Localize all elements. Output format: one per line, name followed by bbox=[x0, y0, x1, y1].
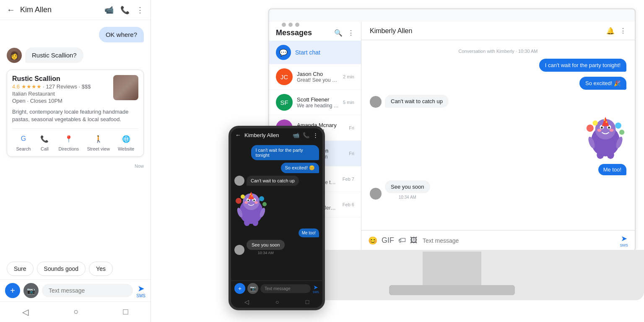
suggestion-sounds-good[interactable]: Sounds good bbox=[37, 262, 86, 276]
send-button[interactable]: ➤ SMS bbox=[136, 283, 145, 298]
search-action[interactable]: G Search bbox=[16, 133, 31, 151]
street-view-icon: 🚶 bbox=[93, 133, 104, 145]
website-icon: 🌐 bbox=[120, 133, 132, 145]
svg-point-18 bbox=[262, 202, 267, 206]
street-view-action[interactable]: 🚶 Street view bbox=[87, 133, 109, 151]
center-contact-name: Kimberly Allen bbox=[244, 132, 289, 138]
center-more-icon[interactable]: ⋮ bbox=[313, 132, 318, 138]
phone-icon[interactable]: 📞 bbox=[120, 5, 130, 15]
monitor-stand bbox=[423, 252, 481, 289]
monitor-send-icon: ➤ bbox=[621, 234, 627, 243]
contact-avatar: 👩 bbox=[7, 48, 22, 63]
center-received-2: See you soon 10:34 AM bbox=[234, 240, 319, 255]
recents-button[interactable]: □ bbox=[123, 307, 128, 317]
back-nav-button[interactable]: ◁ bbox=[22, 307, 29, 317]
center-chat-area: I can't wait for the party tonight So ex… bbox=[231, 142, 322, 280]
chat-area: OK where? 👩 Rustic Scallion? Rustic Scal… bbox=[0, 20, 151, 258]
conv-time-amanda: Fri bbox=[349, 125, 354, 130]
center-received-1: Can't wait to catch up bbox=[234, 176, 319, 186]
conversation-scott[interactable]: SF Scott Fleener We are heading to San F… bbox=[269, 90, 361, 115]
center-back-nav[interactable]: ◁ bbox=[244, 299, 249, 305]
svg-point-17 bbox=[259, 196, 264, 201]
center-received-text-1: Can't wait to catch up bbox=[247, 176, 299, 186]
center-see-you-time: 10:34 AM bbox=[247, 251, 285, 255]
conv-preview-jason: Great! See you soon 😊 bbox=[297, 77, 339, 83]
suggestions-row: Sure Sounds good Yes bbox=[0, 258, 151, 279]
chat-panel: Kimberly Allen 🔔 ⋮ Conversation with Kim… bbox=[361, 22, 635, 251]
conv-info-jason: Jason Cho Great! See you soon 😊 bbox=[297, 71, 339, 83]
image-icon[interactable]: 🖼 bbox=[410, 236, 418, 245]
sidebar-search-icon[interactable]: 🔍 bbox=[334, 29, 343, 37]
monitor-avatar-1 bbox=[370, 96, 382, 108]
more-options-icon[interactable]: ⋮ bbox=[136, 5, 144, 15]
center-add-button[interactable]: + bbox=[234, 283, 245, 294]
monitor-send-button[interactable]: ➤ SMS bbox=[620, 234, 628, 247]
sidebar-header-icons: 🔍 ⋮ bbox=[334, 29, 354, 37]
sticker-icon[interactable]: 🏷 bbox=[398, 236, 406, 245]
sidebar-more-icon[interactable]: ⋮ bbox=[348, 29, 354, 37]
conv-time-planning: Feb 6 bbox=[343, 202, 354, 207]
svg-point-36 bbox=[615, 122, 621, 129]
center-phone-icon[interactable]: 📞 bbox=[303, 132, 309, 138]
message-input[interactable] bbox=[42, 284, 133, 297]
conversation-jason[interactable]: JC Jason Cho Great! See you soon 😊 2 min bbox=[269, 64, 361, 90]
rc-top: Rustic Scallion 4.6 ★★★★ · 127 Reviews ·… bbox=[12, 75, 138, 104]
monster-sticker bbox=[234, 188, 268, 226]
center-avatar-2 bbox=[234, 245, 244, 255]
center-camera-button[interactable]: 📷 bbox=[247, 283, 258, 294]
back-button[interactable]: ← bbox=[7, 5, 15, 15]
center-send-button[interactable]: ➤ SMS bbox=[313, 284, 319, 293]
bubble-text: Rustic Scallion? bbox=[25, 47, 83, 63]
chat-input-bar: 😊 GIF 🏷 🖼 ➤ SMS bbox=[361, 230, 635, 251]
center-me-too: Me too! bbox=[299, 229, 319, 237]
center-back-button[interactable]: ← bbox=[235, 132, 241, 138]
center-contact-avatar bbox=[234, 176, 244, 186]
svg-point-5 bbox=[253, 200, 255, 201]
center-message-input[interactable]: Text message bbox=[260, 284, 311, 293]
call-icon: 📞 bbox=[39, 133, 50, 145]
video-call-icon[interactable]: 📹 bbox=[104, 5, 114, 15]
conv-avatar-scott: SF bbox=[276, 94, 293, 111]
start-chat-button[interactable]: 💬 Start chat bbox=[269, 41, 361, 64]
start-chat-icon: 💬 bbox=[276, 45, 291, 60]
monitor-received-1: Can't wait to catch up bbox=[370, 95, 626, 108]
center-sms-label: SMS bbox=[313, 291, 319, 293]
chat-more-icon[interactable]: ⋮ bbox=[620, 27, 626, 35]
camera-button[interactable]: 📷 bbox=[23, 283, 39, 298]
conv-time-jason: 2 min bbox=[343, 74, 354, 79]
call-action[interactable]: 📞 Call bbox=[39, 133, 50, 151]
center-sent-2: So excited! 😊 bbox=[281, 163, 319, 173]
contact-name: Kim Allen bbox=[20, 5, 99, 14]
center-home[interactable]: ○ bbox=[275, 299, 279, 305]
review-count: · 127 Reviews · $$$ bbox=[43, 83, 91, 90]
suggestion-sure[interactable]: Sure bbox=[7, 262, 34, 276]
monitor-sent-1: I can't wait for the party tonight! bbox=[539, 59, 626, 72]
center-recents[interactable]: □ bbox=[306, 299, 309, 305]
center-video-icon[interactable]: 📹 bbox=[293, 132, 299, 138]
center-sent-1: I can't wait for the party tonight bbox=[251, 145, 319, 160]
center-phone: ← Kimberly Allen 📹 📞 ⋮ I can't wait for … bbox=[229, 126, 325, 310]
chat-header: Kimberly Allen 🔔 ⋮ bbox=[361, 22, 635, 40]
emoji-icon[interactable]: 😊 bbox=[368, 236, 377, 245]
center-input-bar: + 📷 Text message ➤ SMS bbox=[231, 280, 322, 296]
left-phone-header: ← Kim Allen 📹 📞 ⋮ bbox=[0, 0, 151, 20]
conv-time-kimerly: Fri bbox=[349, 151, 354, 156]
add-attachment-button[interactable]: + bbox=[5, 283, 20, 298]
center-see-you: See you soon bbox=[247, 240, 285, 250]
website-action[interactable]: 🌐 Website bbox=[118, 133, 135, 151]
monitor-received-text-1: Can't wait to catch up bbox=[385, 95, 449, 108]
suggestion-yes[interactable]: Yes bbox=[89, 262, 113, 276]
directions-action[interactable]: 📍 Directions bbox=[58, 133, 79, 151]
gif-icon[interactable]: GIF bbox=[382, 236, 394, 245]
monitor-me-too: Me too! bbox=[598, 164, 626, 175]
monitor-sticker bbox=[584, 113, 626, 159]
chat-bell-icon[interactable]: 🔔 bbox=[606, 27, 615, 35]
svg-point-7 bbox=[254, 201, 258, 204]
chat-header-icons: 🔔 ⋮ bbox=[606, 27, 626, 35]
monitor-message-input[interactable] bbox=[423, 237, 615, 244]
svg-point-10 bbox=[252, 195, 253, 197]
home-button[interactable]: ○ bbox=[73, 307, 78, 317]
sent-message-1: OK where? bbox=[99, 27, 144, 42]
monitor-see-you: See you soon bbox=[385, 180, 430, 193]
website-label: Website bbox=[118, 146, 135, 151]
